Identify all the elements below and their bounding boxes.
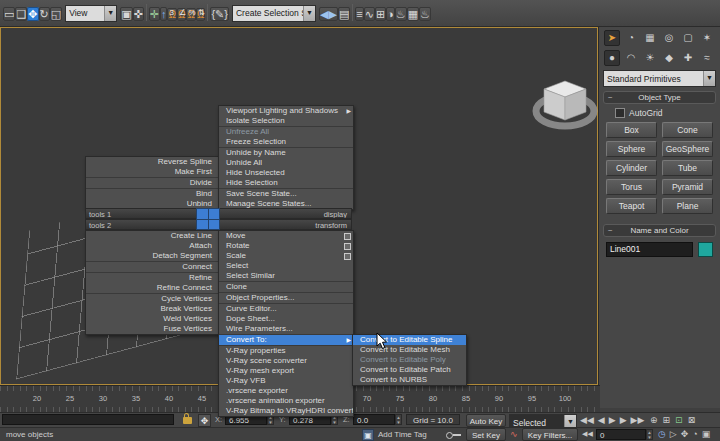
select-and-scale-icon[interactable]: ◱ bbox=[50, 7, 62, 21]
object-type-button-teapot[interactable]: Teapot bbox=[606, 198, 657, 214]
curve-editor-icon[interactable]: ∿ bbox=[364, 7, 375, 21]
layer-manager-icon[interactable]: ≡ bbox=[355, 7, 363, 21]
rectangular-selection-region-icon[interactable]: ▭ bbox=[3, 7, 15, 21]
zoom-extents-all-icon[interactable]: ⊠ bbox=[688, 413, 696, 427]
category-spacewarps-icon[interactable]: ≈ bbox=[699, 50, 715, 66]
collapse-icon[interactable]: − bbox=[608, 225, 613, 236]
key-filters-button[interactable]: Key Filters... bbox=[522, 428, 578, 441]
menu-item-convert-to-nurbs[interactable]: Convert to NURBS bbox=[353, 375, 466, 385]
material-editor-icon[interactable]: ◑ bbox=[386, 7, 395, 21]
menu-item-hide-selection[interactable]: Hide Selection bbox=[219, 178, 353, 188]
tab-modify-icon[interactable]: ◔ bbox=[623, 30, 639, 46]
object-type-button-cylinder[interactable]: Cylinder bbox=[606, 160, 657, 176]
tab-display-icon[interactable]: ▢ bbox=[680, 30, 696, 46]
menu-item-dope-sheet[interactable]: Dope Sheet... bbox=[219, 314, 353, 324]
menu-item-select[interactable]: Select bbox=[219, 261, 353, 271]
menu-item-select-similar[interactable]: Select Similar bbox=[219, 271, 353, 281]
align-icon[interactable]: ▤ bbox=[338, 7, 350, 21]
object-type-button-box[interactable]: Box bbox=[606, 122, 657, 138]
menu-item-move[interactable]: Move bbox=[219, 231, 353, 241]
object-color-swatch[interactable] bbox=[698, 242, 713, 257]
zoom-icon[interactable]: ⊕ bbox=[650, 413, 658, 427]
object-type-button-torus[interactable]: Torus bbox=[606, 179, 657, 195]
menu-item-attach[interactable]: Attach bbox=[86, 241, 219, 251]
window-crossing-icon[interactable]: ❑ bbox=[15, 7, 27, 21]
snap-3d-toggle-icon[interactable]: 3Ω bbox=[167, 8, 176, 21]
menu-item-divide[interactable]: Divide bbox=[86, 178, 219, 188]
reference-coordinate-dropdown[interactable]: View ▼ bbox=[65, 5, 117, 22]
menu-item-unfreeze-all[interactable]: Unfreeze All bbox=[219, 127, 353, 137]
menu-item-v-ray-bitmap-to-vrayhdri-converter[interactable]: V-Ray Bitmap to VRayHDRI converter bbox=[219, 406, 353, 416]
name-color-rollout[interactable]: − Name and Color bbox=[603, 224, 716, 237]
menu-item-freeze-selection[interactable]: Freeze Selection bbox=[219, 137, 353, 147]
menu-item-unhide-all[interactable]: Unhide All bbox=[219, 158, 353, 168]
menu-item-v-ray-mesh-export[interactable]: V-Ray mesh export bbox=[219, 366, 353, 376]
field-of-view-icon[interactable]: ▷ bbox=[670, 427, 677, 441]
time-configuration-icon[interactable]: ◷ bbox=[658, 427, 666, 441]
menu-item-make-first[interactable]: Make First bbox=[86, 167, 219, 177]
transform-gizmo-icon[interactable]: ✥ bbox=[198, 414, 211, 427]
collapse-icon[interactable]: − bbox=[608, 92, 613, 103]
menu-item-vrscene-animation-exporter[interactable]: .vrscene animation exporter bbox=[219, 396, 353, 406]
select-and-move-icon[interactable]: ✥ bbox=[27, 7, 38, 21]
tab-create-icon[interactable]: ➤ bbox=[604, 30, 620, 46]
orbit-icon[interactable]: ◔ bbox=[692, 427, 697, 441]
menu-item-refine-connect[interactable]: Refine Connect bbox=[86, 283, 219, 293]
settings-box-icon[interactable] bbox=[344, 233, 351, 240]
object-type-button-geosphere[interactable]: GeoSphere bbox=[662, 141, 713, 157]
primitives-dropdown[interactable]: Standard Primitives ▼ bbox=[603, 70, 716, 87]
frame-spinner[interactable]: ▲▼ bbox=[646, 429, 653, 440]
goto-end-icon[interactable]: ▶▶ bbox=[631, 413, 645, 427]
selection-lock-icon[interactable] bbox=[183, 417, 192, 424]
select-and-rotate-icon[interactable]: ↻ bbox=[39, 7, 50, 21]
rendered-frame-window-icon[interactable]: ▦ bbox=[407, 7, 419, 21]
settings-box-icon[interactable] bbox=[344, 253, 351, 260]
object-type-button-cone[interactable]: Cone bbox=[662, 122, 713, 138]
object-type-button-tube[interactable]: Tube bbox=[662, 160, 713, 176]
play-icon[interactable]: ▶ bbox=[609, 413, 616, 427]
next-frame-icon[interactable]: ▶ bbox=[620, 413, 627, 427]
chevron-down-icon[interactable]: ▼ bbox=[104, 6, 116, 21]
menu-item-isolate-selection[interactable]: Isolate Selection bbox=[219, 116, 353, 126]
chevron-down-icon[interactable]: ▼ bbox=[303, 6, 315, 21]
menu-item-unhide-by-name[interactable]: Unhide by Name bbox=[219, 148, 353, 158]
object-type-button-plane[interactable]: Plane bbox=[662, 198, 713, 214]
menu-item-rotate[interactable]: Rotate bbox=[219, 241, 353, 251]
viewcube[interactable] bbox=[529, 71, 601, 135]
autogrid-checkbox[interactable] bbox=[615, 108, 625, 118]
menu-item-v-ray-properties[interactable]: V-Ray properties bbox=[219, 346, 353, 356]
category-lights-icon[interactable]: ☀ bbox=[642, 50, 658, 66]
menu-item-clone[interactable]: Clone bbox=[219, 282, 353, 292]
menu-item-refine[interactable]: Refine bbox=[86, 273, 219, 283]
menu-item-cycle-vertices[interactable]: Cycle Vertices bbox=[86, 294, 219, 304]
goto-start-icon[interactable]: ◀◀ bbox=[580, 413, 594, 427]
previous-frame-icon[interactable]: ◀ bbox=[598, 413, 605, 427]
menu-item-convert-to-editable-patch[interactable]: Convert to Editable Patch bbox=[353, 365, 466, 375]
axis-gizmo-icon[interactable]: ✛ bbox=[149, 7, 160, 21]
maximize-viewport-icon[interactable]: ▣ bbox=[702, 427, 711, 441]
menu-item-convert-to-editable-spline[interactable]: Convert to Editable Spline bbox=[353, 335, 466, 345]
category-cameras-icon[interactable]: ◆ bbox=[661, 50, 677, 66]
menu-item-v-ray-scene-converter[interactable]: V-Ray scene converter bbox=[219, 356, 353, 366]
menu-item-curve-editor[interactable]: Curve Editor... bbox=[219, 304, 353, 314]
use-pivot-point-center-icon[interactable]: ▣ bbox=[120, 7, 132, 21]
menu-item-break-vertices[interactable]: Break Vertices bbox=[86, 304, 219, 314]
menu-item-bind[interactable]: Bind bbox=[86, 189, 219, 199]
quad-menu-center-icon[interactable] bbox=[196, 208, 220, 230]
settings-box-icon[interactable] bbox=[344, 243, 351, 250]
prompt-line-field[interactable] bbox=[2, 414, 174, 425]
percent-snap-icon[interactable]: %Ω bbox=[186, 8, 195, 21]
tab-motion-icon[interactable]: ◎ bbox=[661, 30, 677, 46]
menu-item-convert-to[interactable]: Convert To:▶ bbox=[219, 335, 353, 345]
schematic-view-icon[interactable]: ⊞ bbox=[375, 7, 386, 21]
add-time-tag-label[interactable]: Add Time Tag bbox=[378, 428, 427, 441]
tab-utilities-icon[interactable]: ✶ bbox=[699, 30, 715, 46]
tab-hierarchy-icon[interactable]: ▦ bbox=[642, 30, 658, 46]
time-tag-icon[interactable]: ▣ bbox=[362, 429, 374, 441]
chevron-down-icon[interactable]: ▼ bbox=[703, 71, 715, 86]
zoom-extents-icon[interactable]: ⊡ bbox=[675, 413, 683, 427]
object-name-field[interactable]: Line001 bbox=[606, 242, 693, 257]
menu-item-detach-segment[interactable]: Detach Segment bbox=[86, 251, 219, 261]
menu-item-wire-parameters[interactable]: Wire Parameters... bbox=[219, 324, 353, 334]
menu-item-hide-unselected[interactable]: Hide Unselected bbox=[219, 168, 353, 178]
